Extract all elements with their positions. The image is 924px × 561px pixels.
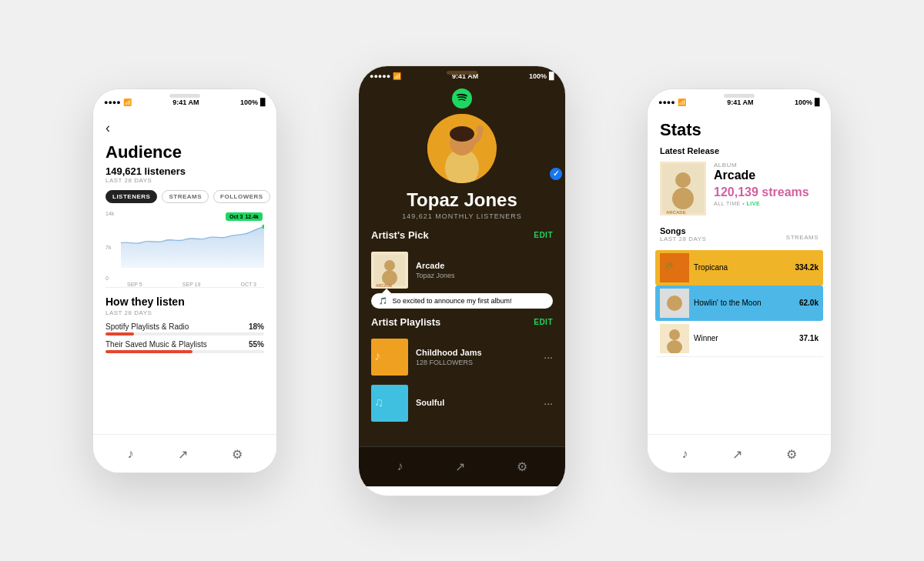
svg-point-23: [667, 296, 682, 311]
how-they-listen-section: How they listen LAST 28 DAYS Spotify Pla…: [105, 296, 264, 353]
pick-track-artist: Topaz Jones: [416, 272, 553, 279]
playlist-dots-1[interactable]: ···: [544, 351, 553, 363]
release-card: ARCADE ALBUM Arcade 120,139 streams ALL …: [660, 162, 819, 215]
listen-label-1: Spotify Playlists & Radio: [105, 322, 189, 331]
artist-name: Topaz Jones: [359, 189, 565, 211]
song-streams-winner: 37.1k: [799, 334, 819, 342]
stream-sublabel: ALL TIME • LIVE: [714, 201, 819, 206]
childhood-thumb-svg: ♪: [371, 339, 408, 376]
latest-release-label: Latest Release: [660, 146, 819, 155]
stats-screen: Stats Latest Release ARCADE ALBUM Arcade…: [648, 111, 831, 434]
listen-row-1: Spotify Playlists & Radio 18%: [105, 322, 264, 331]
nav-gear-icon-left[interactable]: ⚙: [232, 447, 243, 462]
listen-label-2: Their Saved Music & Playlists: [105, 340, 207, 349]
left-status-right: 100% ▉: [240, 99, 266, 106]
svg-text:ARCADE: ARCADE: [376, 283, 393, 288]
pick-track-item[interactable]: ARCADE Arcade Topaz Jones: [359, 247, 565, 293]
verified-badge: ✓: [548, 166, 564, 182]
monthly-listeners: 149,621 MONTHLY LISTENERS: [359, 212, 565, 220]
nav-chart-icon-right[interactable]: ↗: [732, 447, 742, 462]
svg-text:ARCADE: ARCADE: [666, 210, 686, 215]
tropicana-thumb-svg: 🌴: [660, 253, 689, 282]
album-thumb: ARCADE: [660, 162, 706, 215]
artists-pick-edit[interactable]: EDIT: [534, 231, 553, 239]
left-phone: ●●●● 📶 9:41 AM 100% ▉ ‹ Audience 149,621…: [92, 88, 277, 473]
tab-listeners[interactable]: LISTENERS: [105, 190, 157, 203]
songs-title: Songs: [660, 226, 706, 235]
chart-x-sep19: SEP 19: [182, 282, 201, 287]
album-thumb-svg: ARCADE: [660, 162, 706, 215]
album-info: ALBUM Arcade 120,139 streams ALL TIME • …: [714, 162, 819, 206]
playlist-name-1: Childhood Jams: [416, 348, 536, 357]
svg-point-5: [476, 125, 484, 133]
chart-y-mid: 7k: [105, 245, 111, 250]
svg-point-17: [675, 172, 691, 188]
song-streams-tropicana: 334.2k: [795, 263, 819, 272]
listen-row-2: Their Saved Music & Playlists 55%: [105, 340, 264, 349]
svg-text:♪: ♪: [374, 349, 380, 362]
last-days-label: LAST 28 DAYS: [105, 177, 264, 184]
playlist-thumb-soulful: ♫: [371, 385, 408, 422]
nav-gear-icon-center[interactable]: ⚙: [517, 459, 527, 474]
audience-chart: 14k 7k 0 12.4k SEP 5: [105, 211, 264, 288]
svg-point-0: [452, 88, 472, 109]
nav-person-icon-center[interactable]: ♪: [397, 459, 403, 473]
phones-container: ●●●● 📶 9:41 AM 100% ▉ ‹ Audience 149,621…: [0, 0, 924, 561]
playlists-edit[interactable]: EDIT: [534, 318, 553, 326]
chart-area: [121, 226, 264, 268]
playlist-name-2: Soulful: [416, 398, 536, 407]
song-row-winner[interactable]: Winner 37.1k: [655, 321, 823, 357]
playlist-info-1: Childhood Jams 128 FOLLOWERS: [416, 348, 536, 366]
listen-pct-1: 18%: [249, 322, 264, 331]
stream-count: 120,139 streams: [714, 185, 819, 199]
live-badge: LIVE: [747, 201, 761, 206]
howlin-thumb-svg: [660, 289, 689, 318]
left-status-left: ●●●● 📶: [104, 99, 132, 106]
playlist-info-2: Soulful: [416, 398, 536, 409]
playlists-header: Artist Playlists EDIT: [359, 316, 565, 328]
right-status-right: 100% ▉: [795, 99, 820, 106]
song-name-winner: Winner: [694, 334, 795, 342]
right-bottom-nav: ♪ ↗ ⚙: [648, 434, 831, 473]
right-status-bar: ●●●● 📶 9:41 AM 100% ▉: [648, 89, 831, 111]
nav-chart-icon-center[interactable]: ↗: [455, 459, 465, 474]
song-row-howlin[interactable]: Howlin' to the Moon 62.0k: [655, 286, 823, 321]
nav-person-icon-left[interactable]: ♪: [128, 447, 134, 461]
songs-last-days: LAST 28 DAYS: [660, 235, 706, 242]
center-battery: 100%: [529, 72, 547, 80]
svg-point-4: [450, 126, 474, 142]
back-button[interactable]: ‹: [105, 120, 264, 136]
right-signal: ●●●●: [658, 99, 675, 106]
song-row-tropicana[interactable]: 🌴 Tropicana 334.2k: [655, 250, 823, 286]
center-time: 9:41 AM: [452, 72, 478, 80]
song-thumb-tropicana: 🌴: [660, 253, 689, 282]
playlist-item-1[interactable]: ♪ Childhood Jams 128 FOLLOWERS ···: [359, 334, 565, 380]
center-wifi: 📶: [393, 72, 401, 80]
nav-person-icon-right[interactable]: ♪: [682, 447, 688, 461]
pick-track-name: Arcade: [416, 261, 553, 270]
tab-streams[interactable]: STREAMS: [162, 190, 209, 203]
playlist-item-2[interactable]: ♫ Soulful ···: [359, 380, 565, 426]
svg-point-8: [384, 260, 395, 271]
playlist-dots-2[interactable]: ···: [544, 397, 553, 409]
chart-x-sep5: SEP 5: [127, 282, 142, 287]
tab-followers[interactable]: FOLLOWERS: [213, 190, 270, 203]
left-status-bar: ●●●● 📶 9:41 AM 100% ▉: [93, 89, 276, 111]
right-status-left: ●●●● 📶: [658, 99, 686, 106]
right-wifi: 📶: [678, 99, 686, 106]
nav-chart-icon-left[interactable]: ↗: [178, 447, 188, 462]
right-battery-icon: ▉: [815, 99, 820, 106]
chart-y-bot: 0: [105, 275, 109, 281]
svg-text:♫: ♫: [374, 396, 383, 409]
song-streams-howlin: 62.0k: [799, 299, 819, 307]
center-status-right: 100% ▉: [529, 72, 554, 80]
left-battery-icon: ▉: [260, 99, 266, 106]
artists-pick-header: Artist's Pick EDIT: [359, 229, 565, 241]
svg-point-18: [672, 188, 694, 209]
left-signal-icon: ●●●●: [104, 99, 121, 106]
listen-pct-2: 55%: [249, 340, 264, 349]
streams-col-label: STREAMS: [786, 234, 819, 241]
nav-gear-icon-right[interactable]: ⚙: [786, 447, 797, 462]
progress-bar-1-bg: [105, 332, 264, 336]
progress-bar-2-bg: [105, 350, 264, 353]
